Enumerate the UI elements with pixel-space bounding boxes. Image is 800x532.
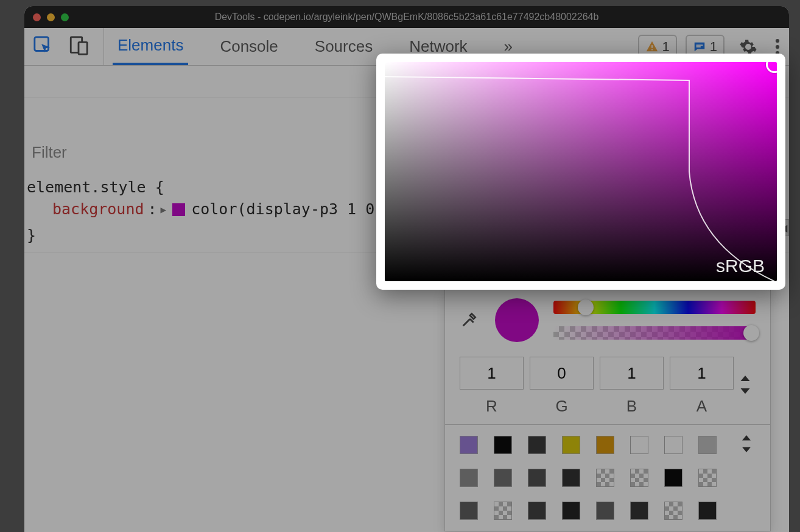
hue-thumb[interactable] [578, 299, 594, 315]
colon: : [148, 198, 157, 220]
palette-swatch[interactable] [562, 436, 580, 454]
color-spectrum[interactable]: sRGB [385, 62, 777, 281]
palette-toggle[interactable] [741, 435, 752, 455]
hue-slider[interactable] [553, 301, 756, 314]
palette-swatch[interactable] [528, 436, 546, 454]
palette-swatch[interactable] [494, 502, 512, 520]
svg-rect-0 [35, 37, 49, 51]
channel-b-label: B [600, 397, 664, 416]
rule-selector[interactable]: element.style [27, 178, 146, 196]
tab-elements[interactable]: Elements [113, 28, 188, 65]
palette-swatch[interactable] [596, 469, 614, 487]
inspect-element-icon[interactable] [33, 35, 54, 58]
color-swatch-icon[interactable] [172, 203, 185, 216]
alpha-slider[interactable] [553, 326, 756, 340]
svg-point-8 [776, 44, 779, 48]
palette-swatch[interactable] [460, 502, 478, 520]
alpha-thumb[interactable] [743, 325, 759, 341]
palette-swatch[interactable] [562, 502, 580, 520]
palette-swatches [445, 424, 770, 531]
palette-swatch[interactable] [494, 436, 512, 454]
channel-r-label: R [460, 397, 524, 416]
tab-sources[interactable]: Sources [310, 28, 377, 65]
close-window-button[interactable] [33, 13, 41, 21]
palette-swatch[interactable] [562, 469, 580, 487]
channel-r-input[interactable] [460, 357, 524, 390]
messages-count: 1 [710, 39, 717, 55]
palette-swatch[interactable] [528, 502, 546, 520]
issues-count: 1 [662, 39, 670, 55]
palette-swatch[interactable] [664, 436, 682, 454]
zoom-window-button[interactable] [61, 13, 69, 21]
palette-swatch[interactable] [494, 469, 512, 487]
palette-swatch[interactable] [630, 436, 648, 454]
svg-rect-5 [696, 44, 703, 46]
palette-swatch[interactable] [698, 436, 717, 454]
expand-shorthand-icon[interactable]: ▶ [161, 203, 167, 217]
palette-swatch[interactable] [630, 469, 648, 487]
eyedropper-icon[interactable] [460, 309, 480, 332]
color-spectrum-zoom: sRGB [376, 54, 785, 290]
palette-swatch[interactable] [596, 502, 614, 520]
channel-a-input[interactable] [670, 357, 734, 390]
palette-swatch[interactable] [596, 436, 614, 454]
channel-b-input[interactable] [600, 357, 664, 390]
palette-swatch[interactable] [664, 502, 682, 520]
open-brace: { [155, 178, 164, 196]
srgb-gamut-boundary [385, 62, 777, 281]
css-property-value[interactable]: color(display-p3 1 0 [191, 198, 374, 220]
svg-rect-6 [696, 46, 700, 47]
tab-console[interactable]: Console [215, 28, 282, 65]
palette-swatch[interactable] [630, 502, 648, 520]
color-format-toggle[interactable] [740, 376, 756, 397]
palette-swatch[interactable] [460, 436, 478, 454]
window-controls [33, 13, 69, 21]
color-picker-popover: R G B A [444, 289, 771, 531]
svg-rect-4 [651, 49, 653, 50]
channel-a-label: A [670, 397, 734, 416]
window-title: DevTools - codepen.io/argyleink/pen/QWBg… [24, 12, 789, 23]
toolbar-divider [104, 28, 104, 65]
titlebar: DevTools - codepen.io/argyleink/pen/QWBg… [24, 6, 789, 28]
palette-swatch[interactable] [460, 469, 478, 487]
svg-rect-3 [651, 45, 653, 48]
close-brace: } [27, 226, 36, 244]
palette-swatch[interactable] [528, 469, 546, 487]
spectrum-cursor[interactable] [766, 62, 777, 73]
svg-point-7 [776, 38, 779, 42]
palette-swatch[interactable] [698, 469, 717, 487]
palette-swatch[interactable] [664, 469, 682, 487]
gamut-label: sRGB [716, 256, 765, 276]
minimize-window-button[interactable] [47, 13, 55, 21]
current-color-swatch [495, 298, 539, 342]
palette-swatch[interactable] [698, 502, 717, 520]
css-property-name[interactable]: background [52, 198, 144, 220]
channel-g-input[interactable] [530, 357, 594, 390]
svg-rect-2 [79, 42, 87, 54]
device-toolbar-icon[interactable] [68, 35, 89, 58]
channel-g-label: G [530, 397, 594, 416]
